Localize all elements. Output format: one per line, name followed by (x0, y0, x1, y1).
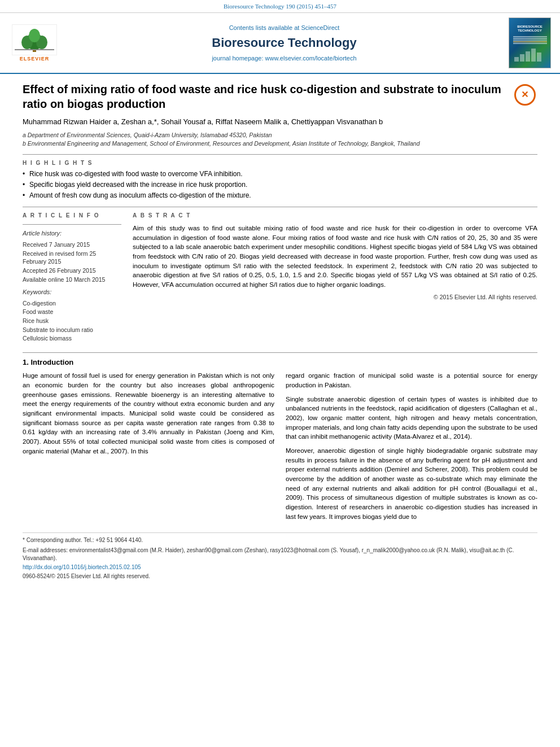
banner-text: Bioresource Technology 190 (2015) 451–45… (224, 3, 336, 10)
highlights-section: H I G H L I G H T S Rice husk was co-dig… (23, 159, 537, 200)
article-title: Effect of mixing ratio of food waste and… (23, 82, 506, 111)
svg-rect-7 (520, 54, 524, 62)
keyword-2: Food waste (23, 308, 121, 316)
keywords-label: Keywords: (23, 288, 121, 296)
divider-3 (23, 352, 537, 353)
affiliation-2: b Environmental Engineering and Manageme… (23, 139, 537, 148)
sciencedirect-name[interactable]: ScienceDirect (301, 24, 339, 31)
divider-1 (23, 154, 537, 155)
affiliation-1: a Department of Environmental Sciences, … (23, 131, 537, 140)
abstract-paragraph: Aim of this study was to find out suitab… (133, 224, 537, 290)
homepage-url[interactable]: www.elsevier.com/locate/biortech (265, 55, 357, 62)
article-info-label: A R T I C L E I N F O (23, 212, 121, 220)
highlight-item-3: Amount of fresh cow dung as inoculum aff… (23, 191, 537, 200)
intro-col-2: regard organic fraction of municipal sol… (286, 371, 537, 526)
highlight-item-2: Specific biogas yield decreased with the… (23, 180, 537, 190)
svg-rect-9 (531, 49, 536, 62)
article-title-section: Effect of mixing ratio of food waste and… (23, 82, 537, 111)
copyright: © 2015 Elsevier Ltd. All rights reserved… (133, 293, 537, 302)
svg-rect-5 (15, 49, 54, 50)
svg-rect-8 (526, 51, 530, 62)
keyword-5: Cellulosic biomass (23, 334, 121, 343)
highlights-list: Rice husk was co-digested with food wast… (23, 169, 537, 200)
journal-center: Contents lists available at ScienceDirec… (60, 24, 509, 63)
svg-rect-6 (514, 57, 519, 62)
email-list: environmentalist43@gmail.com (M.R. Haide… (23, 547, 514, 561)
abstract-label: A B S T R A C T (133, 212, 537, 220)
cover-decoration (513, 36, 547, 45)
svg-rect-10 (537, 53, 541, 62)
email-addresses: E-mail addresses: environmentalist43@gma… (23, 547, 537, 562)
elsevier-text: ELSEVIER (20, 55, 50, 63)
highlights-label: H I G H L I G H T S (23, 159, 537, 167)
email-label: E-mail addresses: (23, 547, 68, 553)
elsevier-logo-image (12, 24, 57, 55)
history-item-2: Received in revised form 25 February 201… (23, 250, 121, 266)
footer: * Corresponding author. Tel.: +92 51 906… (23, 532, 537, 580)
intro-para-2: regard organic fraction of municipal sol… (286, 371, 537, 390)
issn-text: 0960-8524/© 2015 Elsevier Ltd. All right… (23, 573, 537, 580)
keyword-3: Rice husk (23, 317, 121, 325)
cover-title: BIORESOURCETECHNOLOGY (516, 24, 544, 34)
history-item-3: Accepted 26 February 2015 (23, 267, 121, 275)
intro-col-1: Huge amount of fossil fuel is used for e… (23, 371, 274, 526)
authors: Muhammad Rizwan Haider a, Zeshan a,*, So… (23, 117, 537, 127)
keyword-1: Co-digestion (23, 299, 121, 308)
history-label: Article history: (23, 229, 121, 238)
article-info: A R T I C L E I N F O Article history: R… (23, 212, 121, 343)
main-content: Effect of mixing ratio of food waste and… (0, 74, 560, 592)
introduction-section: 1. Introduction Huge amount of fossil fu… (23, 357, 537, 526)
crossmark-symbol: ✕ (521, 89, 528, 101)
intro-para-4: Moreover, anaerobic digestion of single … (286, 446, 537, 521)
info-abstract-section: A R T I C L E I N F O Article history: R… (23, 212, 537, 343)
highlight-item-1: Rice husk was co-digested with food wast… (23, 169, 537, 179)
divider-2 (23, 207, 537, 207)
crossmark-badge[interactable]: ✕ (512, 82, 537, 107)
intro-para-3: Single substrate anaerobic digestion of … (286, 395, 537, 442)
svg-point-4 (29, 29, 40, 42)
abstract-text: Aim of this study was to find out suitab… (133, 224, 537, 290)
abstract-section: A B S T R A C T Aim of this study was to… (133, 212, 537, 343)
introduction-columns: Huge amount of fossil fuel is used for e… (23, 371, 537, 526)
crossmark-circle: ✕ (514, 84, 536, 106)
introduction-heading: 1. Introduction (23, 357, 537, 368)
sciencedirect-link: Contents lists available at ScienceDirec… (65, 24, 503, 32)
history-item-1: Received 7 January 2015 (23, 241, 121, 249)
corresponding-note: * Corresponding author. Tel.: +92 51 906… (23, 536, 537, 544)
authors-text: Muhammad Rizwan Haider a, Zeshan a,*, So… (23, 117, 383, 126)
affiliations: a Department of Environmental Sciences, … (23, 131, 537, 149)
keyword-4: Substrate to inoculum ratio (23, 326, 121, 334)
top-banner: Bioresource Technology 190 (2015) 451–45… (0, 0, 560, 13)
journal-cover-thumbnail: BIORESOURCETECHNOLOGY (509, 18, 551, 68)
info-divider (23, 224, 121, 225)
doi-link[interactable]: http://dx.doi.org/10.1016/j.biortech.201… (23, 563, 537, 571)
history-item-4: Available online 10 March 2015 (23, 276, 121, 284)
journal-homepage: journal homepage: www.elsevier.com/locat… (65, 54, 503, 63)
journal-header: ELSEVIER Contents lists available at Sci… (0, 13, 560, 74)
elsevier-logo: ELSEVIER (9, 24, 60, 63)
intro-para-1: Huge amount of fossil fuel is used for e… (23, 371, 274, 456)
journal-title: Bioresource Technology (65, 34, 503, 52)
